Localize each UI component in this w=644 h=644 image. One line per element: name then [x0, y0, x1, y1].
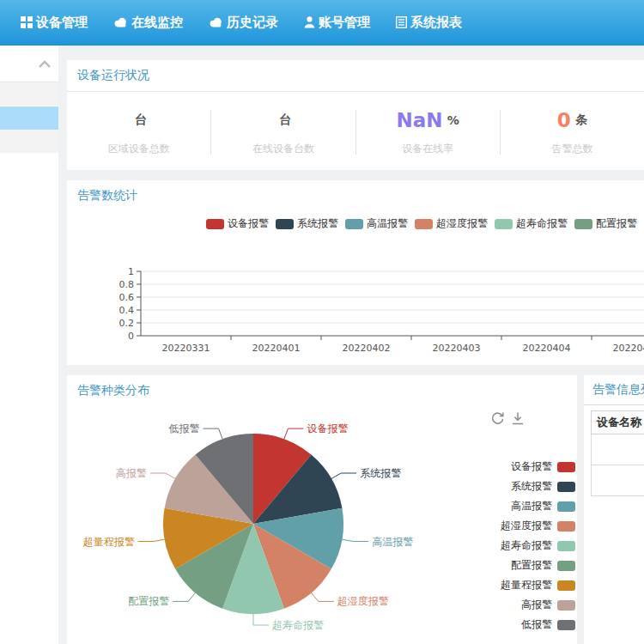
- pie-label-高报警: 高报警: [116, 467, 147, 479]
- pie-label-line: [173, 592, 195, 601]
- cloud-icon: [113, 17, 128, 27]
- tree-row[interactable]: [0, 82, 58, 106]
- chevron-up-icon: [38, 56, 52, 72]
- pie-legend-item-超量程报警[interactable]: 超量程报警: [455, 575, 575, 595]
- svg-text:0: 0: [128, 331, 134, 342]
- nav-item-2[interactable]: 在线监控: [100, 0, 196, 45]
- nav-item-1[interactable]: 设备管理: [8, 0, 100, 45]
- legend-item-超寿命报警[interactable]: 超寿命报警: [495, 216, 568, 231]
- alarm-table-header-row: 设备名称: [592, 411, 644, 434]
- alarm-info-title: 告警信息列表: [584, 375, 644, 405]
- grid-icon: [21, 16, 33, 28]
- stat-cell-2: 台在线设备台数: [211, 109, 355, 156]
- pie-label-设备报警: 设备报警: [307, 422, 348, 434]
- pie-legend-swatch: [557, 580, 575, 591]
- stat-value: NaN%: [356, 109, 500, 133]
- pie-label-line: [331, 473, 356, 479]
- stat-cell-1: 台区域设备总数: [67, 109, 210, 156]
- svg-text:20220402: 20220402: [343, 343, 391, 354]
- pie-legend-label: 设备报警: [511, 459, 552, 474]
- stat-number: 0: [557, 109, 571, 131]
- legend-label: 超湿度报警: [436, 216, 488, 231]
- pie-legend-label: 高报警: [521, 598, 552, 612]
- legend-item-配置报警[interactable]: 配置报警: [574, 216, 637, 231]
- pie-legend-item-高报警[interactable]: 高报警: [455, 595, 575, 615]
- alarm-count-chart: 00.20.40.60.8120220331202204012022040220…: [67, 246, 644, 355]
- stat-unit: 台: [279, 112, 291, 126]
- pie-legend-item-超寿命报警[interactable]: 超寿命报警: [455, 536, 575, 556]
- legend-swatch: [574, 219, 592, 229]
- svg-text:20220403: 20220403: [433, 343, 481, 354]
- svg-text:1: 1: [128, 266, 134, 277]
- pie-legend-item-超湿度报警[interactable]: 超湿度报警: [455, 516, 575, 536]
- nav-item-label: 账号管理: [319, 15, 370, 31]
- nav-item-4[interactable]: 账号管理: [291, 0, 383, 45]
- pie-legend-swatch: [557, 541, 575, 551]
- alarm-info-table: 设备名称: [591, 410, 644, 496]
- pie-legend-swatch: [557, 620, 575, 630]
- dashboard-app: 设备管理在线监控历史记录账号管理系统报表 设备运行状况 台区域设备总数台在线设备…: [0, 0, 644, 644]
- legend-item-系统报警[interactable]: 系统报警: [276, 216, 338, 231]
- legend-item-超湿度报警[interactable]: 超湿度报警: [415, 216, 488, 231]
- alarm-table-head: 设备名称: [592, 411, 644, 434]
- pie-legend-label: 配置报警: [511, 558, 552, 573]
- svg-text:20220404: 20220404: [523, 343, 571, 354]
- table-row: [592, 434, 644, 465]
- pie-label-line: [284, 428, 304, 439]
- alarm-table-column-header: 设备名称: [592, 411, 644, 434]
- legend-swatch: [276, 219, 294, 229]
- legend-label: 配置报警: [596, 216, 637, 231]
- pie-legend-label: 系统报警: [511, 479, 552, 494]
- pie-legend-swatch: [557, 482, 575, 492]
- svg-text:20220331: 20220331: [162, 343, 210, 354]
- user-icon: [304, 16, 315, 28]
- pie-label-line: [138, 539, 165, 541]
- stat-unit: %: [447, 113, 459, 127]
- device-stats: 台区域设备总数台在线设备台数NaN%设备在线率0条告警总数: [67, 94, 644, 171]
- nav-item-label: 设备管理: [36, 15, 88, 31]
- tree-row[interactable]: [0, 106, 58, 130]
- pie-label-超量程报警: 超量程报警: [83, 536, 135, 548]
- device-status-panel: 设备运行状况 台区域设备总数台在线设备台数NaN%设备在线率0条告警总数: [67, 60, 644, 170]
- legend-swatch: [495, 219, 513, 229]
- pie-legend-swatch: [557, 600, 575, 611]
- pie-label-低报警: 低报警: [169, 422, 200, 434]
- pie-legend-swatch: [557, 501, 575, 512]
- pie-legend-item-系统报警[interactable]: 系统报警: [455, 477, 575, 496]
- pie-legend-item-高温报警[interactable]: 高温报警: [455, 496, 575, 516]
- navbar-menu: 设备管理在线监控历史记录账号管理系统报表: [0, 0, 644, 46]
- pie-label-配置报警: 配置报警: [128, 595, 169, 607]
- stat-cell-4: 0条告警总数: [501, 109, 644, 156]
- legend-swatch: [415, 219, 433, 229]
- nav-item-3[interactable]: 历史记录: [196, 0, 291, 45]
- pie-legend-item-配置报警[interactable]: 配置报警: [455, 556, 575, 575]
- legend-label: 高温报警: [367, 216, 408, 231]
- svg-text:20220405: 20220405: [613, 343, 644, 354]
- legend-swatch: [345, 219, 363, 229]
- pie-legend-item-低报警[interactable]: 低报警: [455, 615, 575, 635]
- alarm-type-panel: 告警种类分布 设备报警系统报警高温报警超湿度报警超寿命报警配置报警超量程报警高报…: [67, 375, 577, 644]
- legend-item-高温报警[interactable]: 高温报警: [345, 216, 408, 231]
- pie-label-line: [253, 614, 269, 625]
- alarm-count-panel: 告警数统计 设备报警系统报警高温报警超湿度报警超寿命报警配置报警超量程报警 00…: [67, 180, 644, 365]
- stat-unit: 台: [135, 112, 147, 126]
- pie-legend-swatch: [557, 462, 575, 472]
- legend-item-设备报警[interactable]: 设备报警: [206, 216, 269, 231]
- sidebar-collapse-button[interactable]: [0, 46, 58, 82]
- stat-label: 告警总数: [501, 142, 644, 156]
- report-icon: [396, 16, 407, 28]
- pie-legend-label: 超湿度报警: [501, 519, 552, 533]
- device-status-title: 设备运行状况: [67, 60, 644, 92]
- stat-value: 0条: [501, 109, 644, 133]
- svg-text:0.2: 0.2: [119, 318, 135, 329]
- tree-row[interactable]: [0, 130, 58, 154]
- pie-label-系统报警: 系统报警: [360, 467, 401, 479]
- nav-item-5[interactable]: 系统报表: [383, 0, 475, 45]
- pie-legend-item-设备报警[interactable]: 设备报警: [455, 457, 575, 477]
- alarm-table-body: [592, 434, 644, 496]
- stat-label: 设备在线率: [356, 142, 500, 156]
- svg-text:0.8: 0.8: [119, 279, 135, 290]
- pie-label-line: [150, 473, 175, 479]
- legend-label: 系统报警: [297, 216, 338, 231]
- pie-label-超寿命报警: 超寿命报警: [272, 619, 324, 631]
